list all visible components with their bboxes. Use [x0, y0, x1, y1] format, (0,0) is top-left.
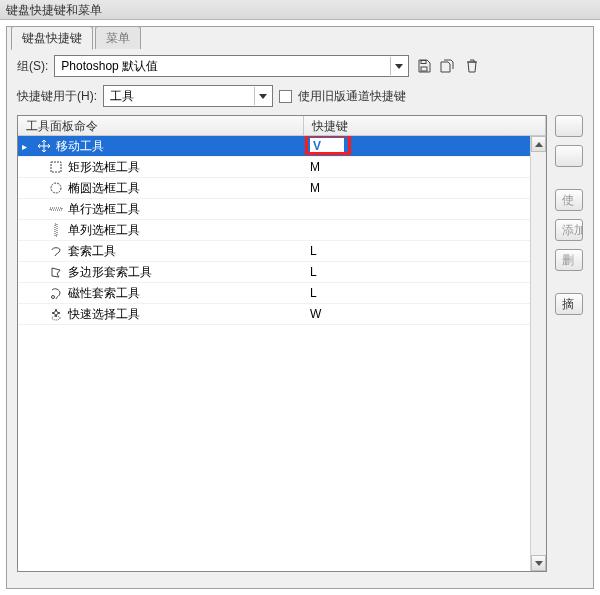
side-button-summary[interactable]: 摘	[555, 293, 583, 315]
th-shortcut[interactable]: 快捷键	[304, 116, 546, 135]
shortcut-cell[interactable]: M	[304, 160, 546, 174]
chevron-down-icon	[390, 57, 406, 75]
move-icon	[36, 138, 52, 154]
shortcuts-for-value: 工具	[110, 88, 134, 105]
shortcut-cell[interactable]: L	[304, 244, 546, 258]
window-titlebar: 键盘快捷键和菜单	[0, 0, 600, 20]
ellipse-marquee-icon	[48, 180, 64, 196]
command-cell: 磁性套索工具	[18, 285, 304, 302]
table-row[interactable]: 单行选框工具	[18, 199, 546, 220]
side-button-0[interactable]	[555, 115, 583, 137]
command-cell: 矩形选框工具	[18, 159, 304, 176]
main-area: 工具面板命令 快捷键 ▸移动工具V矩形选框工具M椭圆选框工具M单行选框工具单列选…	[7, 115, 593, 582]
command-label: 套索工具	[68, 243, 116, 260]
set-label: 组(S):	[17, 58, 48, 75]
scroll-up-icon[interactable]	[531, 136, 546, 152]
scroll-down-icon[interactable]	[531, 555, 546, 571]
set-combo[interactable]: Photoshop 默认值	[54, 55, 409, 77]
shortcuts-for-toolbar: 快捷键用于(H): 工具 使用旧版通道快捷键	[7, 85, 593, 115]
command-cell: 快速选择工具	[18, 306, 304, 323]
svg-point-5	[51, 183, 61, 193]
shortcut-input[interactable]: V	[310, 138, 344, 155]
command-label: 多边形套索工具	[68, 264, 152, 281]
shortcut-value: W	[310, 307, 321, 321]
command-cell: 椭圆选框工具	[18, 180, 304, 197]
shortcut-value: L	[310, 244, 317, 258]
side-button-use-default[interactable]: 使	[555, 189, 583, 211]
legacy-checkbox[interactable]	[279, 90, 292, 103]
table-body: ▸移动工具V矩形选框工具M椭圆选框工具M单行选框工具单列选框工具套索工具L多边形…	[18, 136, 546, 571]
command-cell: 多边形套索工具	[18, 264, 304, 281]
table-row[interactable]: 单列选框工具	[18, 220, 546, 241]
svg-rect-1	[421, 61, 426, 64]
set-toolbar: 组(S): Photoshop 默认值	[7, 49, 593, 85]
svg-marker-11	[535, 561, 543, 566]
rect-marquee-icon	[48, 159, 64, 175]
command-cell: ▸移动工具	[18, 138, 304, 155]
shortcut-value: L	[310, 265, 317, 279]
svg-rect-2	[421, 67, 427, 71]
side-buttons: 使 添加 删 摘	[555, 115, 583, 572]
side-button-add[interactable]: 添加	[555, 219, 583, 241]
shortcut-cell[interactable]: V	[304, 138, 546, 155]
window-body: 键盘快捷键 菜单 组(S): Photoshop 默认值	[0, 20, 600, 595]
save-copy-icon[interactable]	[439, 57, 457, 75]
command-label: 单行选框工具	[68, 201, 140, 218]
command-label: 快速选择工具	[68, 306, 140, 323]
svg-rect-7	[55, 224, 57, 236]
shortcut-cell[interactable]: L	[304, 265, 546, 279]
command-label: 椭圆选框工具	[68, 180, 140, 197]
svg-point-8	[52, 296, 55, 299]
save-icon[interactable]	[415, 57, 433, 75]
command-cell: 单行选框工具	[18, 201, 304, 218]
shortcut-value: M	[310, 160, 320, 174]
table-header: 工具面板命令 快捷键	[18, 116, 546, 136]
svg-marker-0	[395, 64, 403, 69]
vertical-scrollbar[interactable]	[530, 136, 546, 571]
disclosure-icon[interactable]: ▸	[22, 141, 32, 152]
side-button-delete[interactable]: 删	[555, 249, 583, 271]
shortcuts-table: 工具面板命令 快捷键 ▸移动工具V矩形选框工具M椭圆选框工具M单行选框工具单列选…	[17, 115, 547, 572]
col-marquee-icon	[48, 222, 64, 238]
command-cell: 套索工具	[18, 243, 304, 260]
window-title: 键盘快捷键和菜单	[6, 3, 102, 17]
svg-marker-10	[535, 142, 543, 147]
table-row[interactable]: 快速选择工具W	[18, 304, 546, 325]
shortcut-cell[interactable]: M	[304, 181, 546, 195]
poly-lasso-icon	[48, 264, 64, 280]
mag-lasso-icon	[48, 285, 64, 301]
th-command[interactable]: 工具面板命令	[18, 116, 304, 135]
command-label: 矩形选框工具	[68, 159, 140, 176]
shortcuts-for-label: 快捷键用于(H):	[17, 88, 97, 105]
svg-marker-3	[259, 94, 267, 99]
legacy-checkbox-label: 使用旧版通道快捷键	[298, 88, 406, 105]
table-row[interactable]: 多边形套索工具L	[18, 262, 546, 283]
table-row[interactable]: 椭圆选框工具M	[18, 178, 546, 199]
row-marquee-icon	[48, 201, 64, 217]
svg-rect-4	[51, 162, 61, 172]
tab-menus[interactable]: 菜单	[95, 26, 141, 49]
scroll-track[interactable]	[531, 152, 546, 555]
table-row[interactable]: 矩形选框工具M	[18, 157, 546, 178]
shortcuts-for-combo[interactable]: 工具	[103, 85, 273, 107]
table-row[interactable]: 磁性套索工具L	[18, 283, 546, 304]
tab-strip: 键盘快捷键 菜单	[11, 26, 141, 49]
main-panel: 键盘快捷键 菜单 组(S): Photoshop 默认值	[6, 26, 594, 589]
tab-keyboard-shortcuts[interactable]: 键盘快捷键	[11, 26, 93, 50]
shortcut-cell[interactable]: W	[304, 307, 546, 321]
trash-icon[interactable]	[463, 57, 481, 75]
shortcut-cell[interactable]: L	[304, 286, 546, 300]
shortcut-value: L	[310, 286, 317, 300]
table-row[interactable]: 套索工具L	[18, 241, 546, 262]
shortcut-value: M	[310, 181, 320, 195]
command-cell: 单列选框工具	[18, 222, 304, 239]
svg-rect-6	[50, 208, 62, 210]
lasso-icon	[48, 243, 64, 259]
command-label: 磁性套索工具	[68, 285, 140, 302]
command-label: 移动工具	[56, 138, 104, 155]
command-label: 单列选框工具	[68, 222, 140, 239]
chevron-down-icon	[254, 87, 270, 105]
table-row[interactable]: ▸移动工具V	[18, 136, 546, 157]
side-button-1[interactable]	[555, 145, 583, 167]
quick-select-icon	[48, 306, 64, 322]
